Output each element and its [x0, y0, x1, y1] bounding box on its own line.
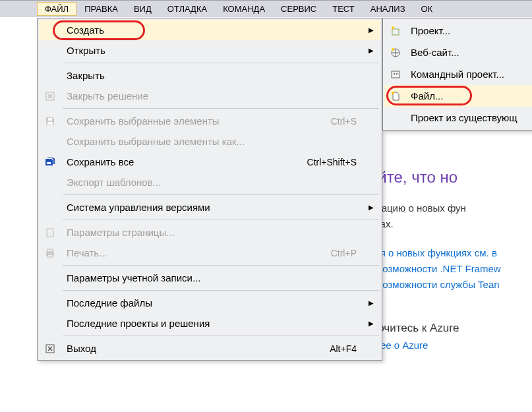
recent-projects-label: Последние проекты и решения: [61, 318, 370, 329]
file-menu-dropdown: Создать ▶ Открыть ▶ Закрыть Закрыть реше…: [37, 18, 382, 361]
save-all-icon: [45, 157, 55, 167]
menubar: ФАЙЛ ПРАВКА ВИД ОТЛАДКА КОМАНДА СЕРВИС Т…: [0, 0, 532, 17]
submenu-arrow-icon: ▶: [369, 47, 374, 54]
submenu-arrow-icon: ▶: [369, 204, 374, 211]
print-icon: [45, 248, 55, 258]
svg-point-16: [392, 92, 394, 94]
start-page-content: айте, что но рмацию о новых фун елах. ни…: [369, 165, 532, 353]
menu-item-page-setup: Параметры страницы...: [39, 222, 380, 243]
save-all-label: Сохранить все: [61, 156, 307, 167]
svg-rect-4: [47, 229, 53, 237]
file-label: Файл...: [407, 90, 532, 102]
menubar-edit[interactable]: ПРАВКА: [76, 2, 126, 16]
menubar-file[interactable]: ФАЙЛ: [37, 2, 76, 16]
menu-separator: [63, 290, 379, 291]
start-page-heading: айте, что но: [369, 165, 532, 190]
menubar-test[interactable]: ТЕСТ: [324, 2, 363, 16]
save-selected-label: Сохранить выбранные элементы: [61, 115, 331, 127]
open-label: Открыть: [61, 45, 370, 56]
create-label: Создать: [61, 24, 370, 36]
project-label: Проект...: [407, 25, 532, 36]
close-solution-icon: [45, 91, 55, 102]
svg-rect-15: [396, 73, 398, 74]
page-setup-label: Параметры страницы...: [61, 227, 370, 238]
bg-text-1: рмацию о новых фун: [369, 200, 532, 216]
submenu-item-file[interactable]: Файл...: [384, 85, 532, 107]
save-icon: [45, 116, 55, 127]
svg-rect-7: [47, 254, 53, 257]
menubar-tools[interactable]: СЕРВИС: [273, 2, 324, 16]
svg-rect-14: [394, 73, 395, 74]
menu-item-export-templates: Экспорт шаблонов...: [39, 172, 380, 192]
menu-item-save-all[interactable]: Сохранить все Ctrl+Shift+S: [39, 152, 380, 172]
menu-item-save-selected: Сохранить выбранные элементы Ctrl+S: [39, 111, 380, 131]
menu-separator: [63, 336, 379, 336]
menu-separator: [63, 265, 379, 266]
exit-shortcut: Alt+F4: [330, 343, 370, 354]
svg-rect-3: [47, 162, 51, 164]
close-label: Закрыть: [61, 70, 370, 81]
submenu-arrow-icon: ▶: [369, 26, 374, 34]
bg-link-3[interactable]: е возможности службы Tean: [369, 277, 532, 293]
page-setup-icon: [45, 227, 55, 238]
print-label: Печать...: [61, 247, 331, 258]
recent-files-label: Последние файлы: [61, 297, 370, 309]
menu-item-recent-projects[interactable]: Последние проекты и решения ▶: [39, 313, 380, 334]
save-selected-shortcut: Ctrl+S: [331, 116, 370, 127]
menu-separator: [63, 194, 379, 195]
print-shortcut: Ctrl+P: [331, 248, 370, 258]
azure-heading: лючитесь к Azure: [369, 319, 532, 337]
svg-rect-2: [48, 118, 52, 121]
menu-item-exit[interactable]: Выход Alt+F4: [39, 338, 380, 359]
export-templates-label: Экспорт шаблонов...: [61, 177, 370, 188]
azure-link[interactable]: бнее о Azure: [369, 338, 532, 353]
submenu-item-website[interactable]: Веб-сайт...: [384, 42, 532, 63]
menubar-view[interactable]: ВИД: [126, 2, 160, 16]
menu-item-source-control[interactable]: Система управления версиями ▶: [39, 197, 380, 218]
menubar-window[interactable]: ОК: [413, 2, 440, 16]
menu-item-create[interactable]: Создать ▶: [39, 20, 380, 40]
submenu-item-project[interactable]: Проект...: [384, 20, 532, 42]
menu-separator: [63, 220, 379, 220]
svg-rect-1: [47, 122, 53, 125]
bg-link-1[interactable]: ния о новых функциях см. в: [369, 245, 532, 261]
menu-item-close-solution: Закрыть решение: [39, 86, 380, 106]
menu-item-account-settings[interactable]: Параметры учетной записи...: [39, 268, 380, 288]
source-control-label: Система управления версиями: [61, 202, 370, 213]
svg-point-10: [392, 26, 394, 29]
menubar-analyze[interactable]: АНАЛИЗ: [363, 2, 413, 16]
new-project-icon: [390, 26, 401, 36]
submenu-arrow-icon: ▶: [369, 299, 374, 307]
new-website-icon: [390, 47, 401, 58]
from-existing-label: Проект из существующ: [407, 112, 532, 123]
bg-text-2: елах.: [369, 216, 532, 232]
new-file-icon: [390, 91, 401, 102]
website-label: Веб-сайт...: [407, 47, 532, 58]
account-settings-label: Параметры учетной записи...: [61, 272, 370, 283]
menu-item-close[interactable]: Закрыть: [39, 65, 380, 86]
exit-label: Выход: [61, 343, 330, 354]
svg-rect-9: [392, 29, 399, 35]
submenu-item-from-existing[interactable]: Проект из существующ: [384, 107, 532, 129]
menu-separator: [63, 108, 379, 109]
save-selected-as-label: Сохранить выбранные элементы как...: [61, 136, 370, 147]
svg-rect-13: [392, 71, 399, 78]
new-team-project-icon: [390, 69, 401, 80]
menubar-debug[interactable]: ОТЛАДКА: [160, 2, 215, 16]
menu-separator: [63, 63, 379, 63]
exit-icon: [45, 343, 55, 354]
svg-point-12: [392, 48, 394, 51]
menu-item-save-selected-as: Сохранить выбранные элементы как...: [39, 131, 380, 152]
menu-item-recent-files[interactable]: Последние файлы ▶: [39, 293, 380, 313]
team-project-label: Командный проект...: [407, 69, 532, 80]
svg-rect-6: [47, 249, 53, 252]
save-all-shortcut: Ctrl+Shift+S: [307, 157, 370, 167]
bg-link-2[interactable]: е возможности .NET Framew: [369, 261, 532, 277]
menu-item-print: Печать... Ctrl+P: [39, 243, 380, 263]
menu-item-open[interactable]: Открыть ▶: [39, 40, 380, 61]
create-submenu: Проект... Веб-сайт... Командный проект..…: [382, 18, 532, 131]
menubar-team[interactable]: КОМАНДА: [215, 2, 273, 16]
submenu-arrow-icon: ▶: [369, 320, 374, 327]
close-solution-label: Закрыть решение: [61, 90, 370, 102]
submenu-item-team-project[interactable]: Командный проект...: [384, 63, 532, 85]
